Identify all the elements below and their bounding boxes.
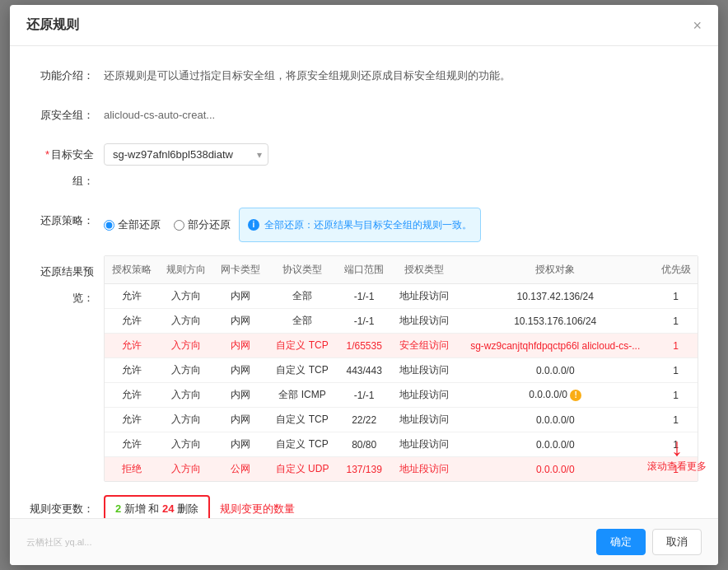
changes-desc: 规则变更的数量 [220,502,295,516]
table-row: 允许 入方向 内网 全部 ICMP -1/-1 地址段访问 0.0.0.0/0 … [105,383,698,408]
cell-target: 0.0.0.0/0 [456,408,654,432]
cell-protocol: 自定义 TCP [268,358,337,383]
strategy-full-radio[interactable] [104,220,114,231]
cell-auth-type: 地址段访问 [391,309,456,334]
cell-port: 1/65535 [337,334,391,358]
strategy-full-option[interactable]: 全部还原 [104,212,161,238]
preview-label: 还原结果预览： [30,259,104,311]
cell-protocol: 自定义 TCP [268,432,337,457]
cell-target: 0.0.0.0/0 [456,358,654,383]
table-row: 允许 入方向 内网 自定义 TCP 22/22 地址段访问 0.0.0.0/0 … [105,408,698,432]
cell-protocol: 全部 [268,309,337,334]
cell-direction: 入方向 [159,457,213,482]
table-row: 允许 入方向 内网 自定义 TCP 80/80 地址段访问 0.0.0.0/0 … [105,432,698,457]
table-row: 允许 入方向 内网 全部 -1/-1 地址段访问 10.137.42.136/2… [105,284,698,309]
cell-auth-type: 地址段访问 [391,284,456,309]
strategy-label: 还原策略： [30,208,104,234]
preview-section: 预览还原后的安全组规则 红色代表将要删除的规则 绿色代表将要新增的规则 白色代表… [30,255,698,482]
modal-title: 还原规则 [26,16,79,34]
preview-container: 授权策略 规则方向 网卡类型 协议类型 端口范围 授权类型 授权对象 优先级 [104,255,698,482]
cell-direction: 入方向 [159,334,213,358]
source-group-label: 原安全组： [30,102,104,128]
cell-policy: 允许 [105,383,159,408]
cell-priority: 1 [654,408,698,432]
strategy-partial-radio[interactable] [174,220,184,231]
cell-nic: 内网 [213,309,268,334]
strategy-tip: i 全部还原：还原结果与目标安全组的规则一致。 [239,208,481,242]
target-group-select[interactable]: sg-wz97afnl6bpl538diatw [104,143,268,166]
table-row: 允许 入方向 内网 自定义 TCP 1/65535 安全组访问 sg-wz9ca… [105,334,698,358]
info-icon: i [248,219,259,231]
preview-table-wrapper[interactable]: 授权策略 规则方向 网卡类型 协议类型 端口范围 授权类型 授权对象 优先级 [104,255,698,482]
cell-direction: 入方向 [159,309,213,334]
strategy-partial-option[interactable]: 部分还原 [174,212,231,238]
cell-target: 10.153.176.106/24 [456,309,654,334]
col-nic: 网卡类型 [213,256,268,284]
modal-footer: 云栖社区 yq.al... 确定 取消 [10,518,718,565]
cell-nic: 内网 [213,432,268,457]
col-port: 端口范围 [337,256,391,284]
cell-auth-type: 地址段访问 [391,408,456,432]
cell-priority: 1 [654,284,698,309]
cell-target: sg-wz9canjtqhfdpqctp66l alicloud-cs-... [456,334,654,358]
cell-target: 0.0.0.0/0 [456,432,654,457]
watermark: 云栖社区 yq.al... [26,536,91,549]
cell-policy: 允许 [105,408,159,432]
cell-target: 10.137.42.136/24 [456,284,654,309]
cell-protocol: 自定义 TCP [268,334,337,358]
changes-badge: 2 新增 和 24 删除 [104,495,210,518]
modal-overlay[interactable]: 还原规则 × 功能介绍： 还原规则是可以通过指定目标安全组，将原安全组规则还原成… [0,0,728,570]
table-header-row: 授权策略 规则方向 网卡类型 协议类型 端口范围 授权类型 授权对象 优先级 [105,256,698,284]
cell-policy: 允许 [105,358,159,383]
cell-direction: 入方向 [159,408,213,432]
cell-port: 80/80 [337,432,391,457]
cell-direction: 入方向 [159,383,213,408]
target-group-select-wrapper: sg-wz97afnl6bpl538diatw [104,142,268,168]
cell-target: 0.0.0.0/0 [456,457,654,482]
confirm-button[interactable]: 确定 [596,529,646,555]
cell-priority: 1 [654,309,698,334]
strategy-partial-label: 部分还原 [188,212,231,238]
cell-protocol: 全部 [268,284,337,309]
cell-direction: 入方向 [159,358,213,383]
cell-auth-type: 地址段访问 [391,383,456,408]
col-auth-type: 授权类型 [391,256,456,284]
cell-nic: 公网 [213,457,268,482]
strategy-row: 还原策略： 全部还原 部分还原 i 全部还原：还 [30,208,698,242]
cell-port: -1/-1 [337,383,391,408]
scroll-hint: ↓ 滚动查看更多 [647,435,707,474]
target-group-label: 目标安全组： [30,142,104,194]
changes-row: 规则变更数： 2 新增 和 24 删除 规则变更的数量 [30,495,698,518]
cell-protocol: 自定义 TCP [268,408,337,432]
cell-nic: 内网 [213,383,268,408]
cell-policy: 允许 [105,432,159,457]
cancel-button[interactable]: 取消 [652,529,702,555]
preview-table: 授权策略 规则方向 网卡类型 协议类型 端口范围 授权类型 授权对象 优先级 [105,256,698,481]
table-row: 允许 入方向 内网 全部 -1/-1 地址段访问 10.153.176.106/… [105,309,698,334]
cell-target: 0.0.0.0/0 ! [456,383,654,408]
cell-nic: 内网 [213,358,268,383]
cell-direction: 入方向 [159,284,213,309]
strategy-tip-text: 全部还原：还原结果与目标安全组的规则一致。 [264,212,472,238]
col-policy: 授权策略 [105,256,159,284]
cell-policy: 允许 [105,334,159,358]
close-button[interactable]: × [693,18,702,33]
modal-dialog: 还原规则 × 功能介绍： 还原规则是可以通过指定目标安全组，将原安全组规则还原成… [10,5,718,565]
col-protocol: 协议类型 [268,256,337,284]
cell-policy: 允许 [105,309,159,334]
cell-direction: 入方向 [159,432,213,457]
cell-auth-type: 安全组访问 [391,334,456,358]
strategy-radio-group: 全部还原 部分还原 [104,212,231,238]
cell-auth-type: 地址段访问 [391,432,456,457]
col-target: 授权对象 [456,256,654,284]
feature-label: 功能介绍： [30,63,104,89]
new-label: 新增 [124,502,146,515]
strategy-full-label: 全部还原 [118,212,161,238]
col-direction: 规则方向 [159,256,213,284]
feature-row: 功能介绍： 还原规则是可以通过指定目标安全组，将原安全组规则还原成目标安全组规则… [30,63,698,89]
cell-nic: 内网 [213,408,268,432]
cell-policy: 允许 [105,284,159,309]
cell-nic: 内网 [213,334,268,358]
cell-auth-type: 地址段访问 [391,358,456,383]
table-row: 允许 入方向 内网 自定义 TCP 443/443 地址段访问 0.0.0.0/… [105,358,698,383]
